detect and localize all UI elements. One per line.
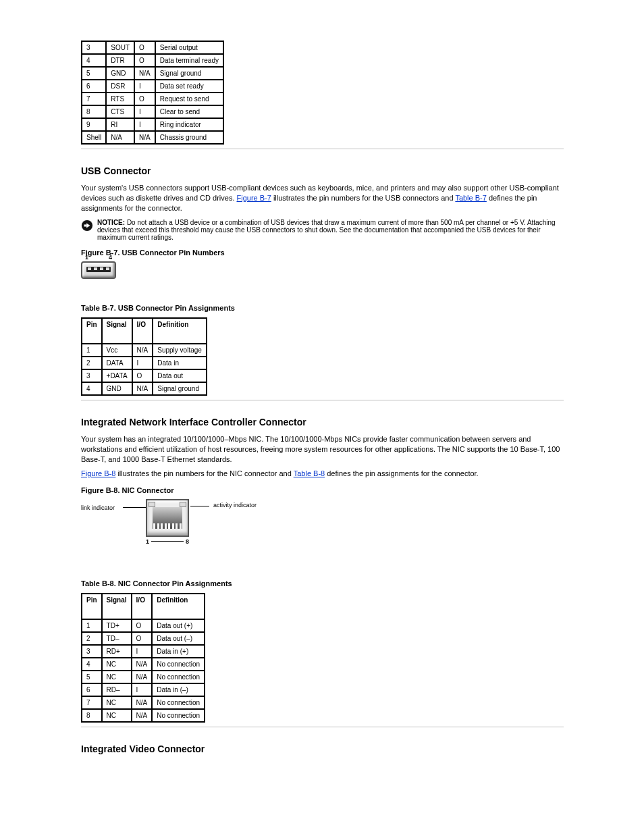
divider xyxy=(81,400,564,400)
table-row: 9RIIRing indicator xyxy=(82,118,223,131)
cell: CTS xyxy=(106,105,134,118)
cell: 4 xyxy=(82,658,102,671)
cell: N/A xyxy=(132,696,153,709)
nic-links: Figure B-8 illustrates the pin numbers f… xyxy=(81,469,564,479)
cell: Data out xyxy=(153,369,207,382)
col-pin: Pin xyxy=(82,594,102,619)
cell: Clear to send xyxy=(155,105,223,118)
document-content: 3SOUTOSerial output 4DTROData terminal r… xyxy=(81,41,564,754)
cell: 2 xyxy=(82,357,102,369)
cell: N/A xyxy=(134,67,155,80)
heading-usb: USB Connector xyxy=(81,165,564,176)
cell: Vcc xyxy=(102,344,132,357)
cell: O xyxy=(132,632,153,645)
cell: 3 xyxy=(82,369,102,382)
cell: N/A xyxy=(132,658,153,671)
cell: N/A xyxy=(134,131,155,144)
cell: Supply voltage xyxy=(153,344,207,357)
notice-text: NOTICE: Do not attach a USB device or a … xyxy=(97,219,564,241)
cell: N/A xyxy=(132,382,153,395)
cell: 1 xyxy=(82,619,102,632)
cell: No connection xyxy=(152,709,205,722)
cell: RTS xyxy=(106,93,134,105)
table-header-row: Pin Signal I/O Definition xyxy=(82,594,205,619)
table-b8-caption: Table B-8. NIC Connector Pin Assignments xyxy=(81,579,564,589)
cell: N/A xyxy=(132,709,153,722)
col-signal: Signal xyxy=(102,318,132,344)
col-signal: Signal xyxy=(102,594,132,619)
table-row: 7NCN/ANo connection xyxy=(82,696,205,709)
col-def: Definition xyxy=(152,594,205,619)
table-row: 8CTSIClear to send xyxy=(82,105,223,118)
nic-pin-1: 1 xyxy=(146,538,149,545)
cell: DATA xyxy=(102,357,132,369)
cell: I xyxy=(134,80,155,93)
cell: Shell xyxy=(82,131,106,144)
cell: 4 xyxy=(82,382,102,395)
cell: 9 xyxy=(82,118,106,131)
cell: Request to send xyxy=(155,93,223,105)
link-figure-b8[interactable]: Figure B-8 xyxy=(81,469,115,477)
cell: 5 xyxy=(82,671,102,683)
divider xyxy=(81,149,564,149)
notice-body: Do not attach a USB device or a combinat… xyxy=(97,219,556,241)
heading-nic: Integrated Network Interface Controller … xyxy=(81,417,564,427)
nic-connector-figure: link indicator activity indicator 1 8 xyxy=(81,499,257,554)
cell: Ring indicator xyxy=(155,118,223,131)
link-figure-b7[interactable]: Figure B-7 xyxy=(237,194,271,202)
cell: NC xyxy=(102,709,132,722)
cell: N/A xyxy=(132,344,153,357)
cell: Data set ready xyxy=(155,80,223,93)
cell: +DATA xyxy=(102,369,132,382)
usb-intro: Your system's USB connectors support USB… xyxy=(81,183,564,213)
table-row: 3SOUTOSerial output xyxy=(82,41,223,54)
nic-intro: Your system has an integrated 10/100/100… xyxy=(81,434,564,465)
cell: Chassis ground xyxy=(155,131,223,144)
table-row: 8NCN/ANo connection xyxy=(82,709,205,722)
table-row: 2DATAIData in xyxy=(82,357,207,369)
link-table-b7[interactable]: Table B-7 xyxy=(455,194,486,202)
col-pin: Pin xyxy=(82,318,102,344)
table-row: 3RD+IData in (+) xyxy=(82,645,205,658)
cell: RD+ xyxy=(102,645,132,658)
cell: DSR xyxy=(106,80,134,93)
table-b8: Pin Signal I/O Definition 1TD+OData out … xyxy=(81,593,205,723)
cell: NC xyxy=(102,658,132,671)
cell: Data in xyxy=(153,357,207,369)
table-row: 4NCN/ANo connection xyxy=(82,658,205,671)
cell: GND xyxy=(106,67,134,80)
link-table-b8[interactable]: Table B-8 xyxy=(294,469,325,477)
cell: O xyxy=(132,619,153,632)
table-row: ShellN/AN/AChassis ground xyxy=(82,131,223,144)
svg-rect-2 xyxy=(84,224,87,226)
cell: NC xyxy=(102,696,132,709)
usb-pin-1-label: 1 xyxy=(85,254,88,261)
cell: No connection xyxy=(152,696,205,709)
nic-pin-8: 8 xyxy=(186,538,189,545)
table-b6: 3SOUTOSerial output 4DTROData terminal r… xyxy=(81,41,224,145)
cell: O xyxy=(132,369,153,382)
cell: No connection xyxy=(152,658,205,671)
cell: RI xyxy=(106,118,134,131)
usb-connector-figure: 1 4 xyxy=(81,261,116,279)
cell: Data terminal ready xyxy=(155,54,223,67)
cell: Serial output xyxy=(155,41,223,54)
cell: 2 xyxy=(82,632,102,645)
cell: 5 xyxy=(82,67,106,80)
col-io: I/O xyxy=(132,318,153,344)
figure-b7-caption: Figure B-7. USB Connector Pin Numbers xyxy=(81,248,564,258)
cell: 4 xyxy=(82,54,106,67)
cell: I xyxy=(134,105,155,118)
cell: 3 xyxy=(82,645,102,658)
cell: O xyxy=(134,93,155,105)
text: illustrates the pin numbers for the NIC … xyxy=(117,469,293,477)
cell: 3 xyxy=(82,41,106,54)
cell: 6 xyxy=(82,683,102,696)
heading-vga: Integrated Video Connector xyxy=(81,744,564,754)
table-header-row: Pin Signal I/O Definition xyxy=(82,318,207,344)
table-row: 6RD–IData in (–) xyxy=(82,683,205,696)
cell: I xyxy=(134,118,155,131)
usb-pin-4-label: 4 xyxy=(109,254,112,261)
cell: RD– xyxy=(102,683,132,696)
cell: N/A xyxy=(132,671,153,683)
